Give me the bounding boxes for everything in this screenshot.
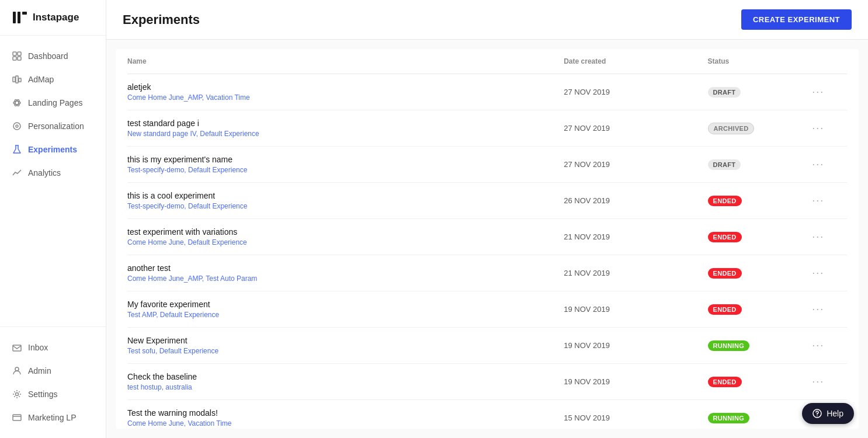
create-experiment-button[interactable]: CREATE EXPERIMENT: [741, 9, 852, 30]
cell-experiment-name[interactable]: test experiment with variations Come Hom…: [127, 219, 559, 255]
more-actions-icon[interactable]: ···: [812, 194, 824, 206]
sidebar-label-experiments: Experiments: [28, 145, 77, 154]
sidebar-label-personalization: Personalization: [28, 121, 84, 131]
sidebar-item-admin[interactable]: Admin: [0, 360, 106, 382]
sidebar-item-analytics[interactable]: Analytics: [0, 162, 106, 184]
cell-actions[interactable]: ···: [789, 183, 847, 219]
svg-rect-8: [16, 76, 18, 83]
settings-icon: [12, 389, 22, 399]
svg-rect-7: [13, 77, 15, 82]
sidebar-label-dashboard: Dashboard: [28, 51, 68, 61]
cell-status: DRAFT: [703, 74, 790, 110]
more-actions-icon[interactable]: ···: [812, 267, 824, 279]
svg-point-22: [817, 415, 818, 416]
sidebar-item-dashboard[interactable]: Dashboard: [0, 45, 106, 67]
col-header-name: Name: [127, 49, 559, 74]
cell-actions[interactable]: ···: [789, 364, 847, 400]
experiments-table-container: Name Date created Status aletjek Come Ho…: [116, 49, 859, 429]
dashboard-icon: [12, 51, 22, 61]
logo-area[interactable]: Instapage: [0, 0, 106, 36]
cell-actions[interactable]: ···: [789, 328, 847, 364]
experiment-pages: Come Home June, Vacation Time: [127, 419, 554, 427]
svg-rect-6: [18, 57, 21, 60]
cell-date: 26 NOV 2019: [559, 183, 703, 219]
status-badge: ENDED: [708, 232, 742, 242]
sidebar-label-settings: Settings: [28, 390, 58, 399]
cell-date: 19 NOV 2019: [559, 364, 703, 400]
svg-point-17: [15, 367, 19, 371]
cell-date: 15 NOV 2019: [559, 400, 703, 429]
cell-experiment-name[interactable]: another test Come Home June_AMP, Test Au…: [127, 255, 559, 291]
table-row: this is a cool experiment Test-specify-d…: [127, 183, 847, 219]
sidebar-item-landing-pages[interactable]: Landing Pages: [0, 92, 106, 114]
more-actions-icon[interactable]: ···: [812, 86, 824, 98]
cell-experiment-name[interactable]: this is a cool experiment Test-specify-d…: [127, 183, 559, 219]
table-row: test standard page i New standard page I…: [127, 110, 847, 147]
sidebar-item-personalization[interactable]: Personalization: [0, 115, 106, 137]
col-header-date: Date created: [559, 49, 703, 74]
more-actions-icon[interactable]: ···: [812, 231, 824, 242]
sidebar-label-analytics: Analytics: [28, 168, 61, 178]
cell-actions[interactable]: ···: [789, 147, 847, 183]
more-actions-icon[interactable]: ···: [812, 303, 824, 315]
sidebar-item-settings[interactable]: Settings: [0, 383, 106, 405]
cell-experiment-name[interactable]: aletjek Come Home June_AMP, Vacation Tim…: [127, 74, 559, 110]
cell-status: ENDED: [703, 183, 790, 219]
col-header-actions: [789, 49, 847, 74]
col-header-status: Status: [703, 49, 790, 74]
experiment-pages: Test-specify-demo, Default Experience: [127, 202, 554, 210]
cell-status: ENDED: [703, 219, 790, 255]
cell-experiment-name[interactable]: this is my experiment's name Test-specif…: [127, 147, 559, 183]
experiment-pages: Test AMP, Default Experience: [127, 311, 554, 319]
page-title: Experiments: [123, 12, 200, 27]
cell-status: ARCHIVED: [703, 110, 790, 147]
cell-actions[interactable]: ···: [789, 291, 847, 328]
experiment-name: New Experiment: [127, 336, 554, 345]
more-actions-icon[interactable]: ···: [812, 158, 824, 170]
experiment-pages: test hostup, australia: [127, 383, 554, 391]
cell-experiment-name[interactable]: New Experiment Test sofu, Default Experi…: [127, 328, 559, 364]
experiment-pages: New standard page IV, Default Experience: [127, 130, 554, 138]
more-actions-icon[interactable]: ···: [812, 376, 824, 387]
cell-actions[interactable]: ···: [789, 255, 847, 291]
status-badge: ENDED: [708, 268, 742, 279]
cell-experiment-name[interactable]: My favorite experiment Test AMP, Default…: [127, 291, 559, 328]
svg-rect-4: [18, 52, 21, 55]
sidebar-item-admap[interactable]: AdMap: [0, 68, 106, 91]
svg-rect-19: [13, 415, 21, 420]
more-actions-icon[interactable]: ···: [812, 122, 824, 134]
experiment-pages: Come Home June_AMP, Vacation Time: [127, 93, 554, 102]
cell-actions[interactable]: ···: [789, 74, 847, 110]
experiment-name: this is a cool experiment: [127, 191, 554, 200]
status-badge: DRAFT: [708, 159, 741, 170]
experiment-name: this is my experiment's name: [127, 155, 554, 164]
cell-experiment-name[interactable]: Check the baseline test hostup, australi…: [127, 364, 559, 400]
cell-date: 19 NOV 2019: [559, 291, 703, 328]
cell-date: 27 NOV 2019: [559, 74, 703, 110]
status-badge: RUNNING: [708, 340, 749, 351]
cell-status: ENDED: [703, 364, 790, 400]
cell-status: RUNNING: [703, 400, 790, 429]
status-badge: ENDED: [708, 304, 742, 315]
cell-experiment-name[interactable]: Test the warning modals! Come Home June,…: [127, 400, 559, 429]
table-row: aletjek Come Home June_AMP, Vacation Tim…: [127, 74, 847, 110]
personalization-icon: [12, 121, 22, 131]
sidebar-item-experiments[interactable]: Experiments: [0, 138, 106, 161]
help-icon: [813, 409, 822, 418]
cell-date: 21 NOV 2019: [559, 219, 703, 255]
svg-rect-0: [13, 12, 16, 23]
sidebar-label-admap: AdMap: [28, 75, 54, 84]
more-actions-icon[interactable]: ···: [812, 339, 824, 351]
landing-pages-icon: [12, 98, 22, 108]
cell-experiment-name[interactable]: test standard page i New standard page I…: [127, 110, 559, 147]
sidebar-item-marketing-lp[interactable]: Marketing LP: [0, 406, 106, 429]
admap-icon: [12, 74, 22, 85]
experiment-name: Test the warning modals!: [127, 408, 554, 418]
help-button[interactable]: Help: [802, 403, 854, 424]
sidebar-item-inbox[interactable]: Inbox: [0, 336, 106, 359]
cell-actions[interactable]: ···: [789, 110, 847, 147]
experiment-name: aletjek: [127, 82, 554, 92]
experiment-pages: Test-specify-demo, Default Experience: [127, 166, 554, 174]
cell-actions[interactable]: ···: [789, 219, 847, 255]
admin-icon: [12, 366, 22, 376]
